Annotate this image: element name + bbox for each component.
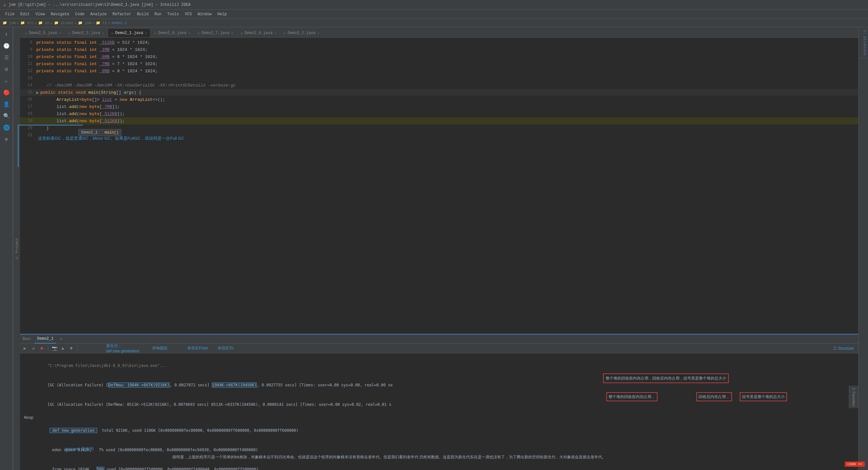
run-button[interactable]: ▶ — [21, 345, 29, 352]
code-line-17: 17 list.add(new byte[_7MB]); — [20, 103, 858, 110]
output-line-heap: Heap — [24, 414, 855, 421]
menu-bar: File Edit View Navigate Code Analyze Ref… — [0, 10, 868, 19]
z-structure-label: Z: Structure — [833, 346, 854, 351]
run-panel-header: Run: Demo2_1 ✕ — [20, 334, 858, 344]
app-icon: ☕ — [3, 2, 6, 7]
csdn-watermark: CSDN >> — [845, 462, 865, 467]
tab-bar: ☕ Demo2_5.java ✕ ☕ Demo2_3.java ✕ ☕ Demo… — [20, 27, 858, 38]
rerun-button[interactable]: ↺ — [30, 345, 37, 352]
tenured-old-label: tenured 老年的 — [65, 446, 94, 452]
bc-jvm2[interactable]: 📁 jvm — [78, 21, 91, 25]
bc-itcast[interactable]: 📁 itcast — [54, 21, 73, 25]
menu-file[interactable]: File — [3, 11, 17, 18]
output-line-defnew: def new generation total 9216K, used 110… — [24, 421, 855, 440]
tab-close-icon-4[interactable]: ✕ — [188, 31, 190, 35]
up-button[interactable]: ▲ — [59, 345, 66, 352]
java-file-icon-6: ☕ — [240, 31, 243, 35]
menu-navigate[interactable]: Navigate — [48, 11, 72, 18]
bc-src[interactable]: 📁 src — [21, 21, 33, 25]
tab-close-icon-6[interactable]: ✕ — [274, 31, 276, 35]
toolbar-divider — [48, 346, 48, 351]
tab-demo2-4[interactable]: ☕ Demo2_4.java ✕ — [237, 28, 280, 37]
code-line-10: 10 private static final int _6MB = 6 * 1… — [20, 53, 858, 60]
code-line-8: 8 private static final int _512KB = 512 … — [20, 39, 858, 46]
code-line-14: 14 // -Xms20M -Xmx20M -Xmn10M -XX:+UseSe… — [20, 82, 858, 89]
tab-close-icon[interactable]: ✕ — [59, 31, 61, 35]
bc-demo2-1[interactable]: Demo2_1 — [112, 21, 127, 25]
sidebar-icon-10[interactable]: ⊕ — [2, 135, 11, 144]
new-gen-side-label: 新生代：def new generation — [106, 343, 139, 353]
menu-run[interactable]: Run — [152, 11, 164, 18]
run-panel-tab[interactable]: Demo2_1 — [35, 334, 56, 344]
java-file-icon-7: ☕ — [283, 31, 286, 35]
menu-code[interactable]: Code — [72, 11, 87, 18]
menu-window[interactable]: Window — [195, 11, 214, 18]
sidebar-icon-2[interactable]: 🕐 — [2, 41, 11, 51]
main-layout: ⬇ 🕐 ☰ ⊞ ✏ 🔴 👤 🔍 🌐 ⊕ 1: Project ☕ Demo2_5… — [0, 27, 868, 470]
java-file-icon-4: ☕ — [154, 31, 156, 35]
java-file-icon-2: ☕ — [68, 31, 70, 35]
right-panel: Z: Structure — [858, 27, 868, 470]
sidebar-icon-4[interactable]: ⊞ — [2, 65, 11, 74]
java-file-icon: ☕ — [25, 31, 27, 35]
tab-demo2-3[interactable]: ☕ Demo2_3.java ✕ — [64, 28, 107, 37]
tab-demo2-7[interactable]: ☕ Demo2_7.java ✕ — [194, 28, 237, 37]
menu-analyze[interactable]: Analyze — [88, 11, 109, 18]
left-sidebar: ⬇ 🕐 ☰ ⊞ ✏ 🔴 👤 🔍 🌐 ⊕ — [0, 27, 13, 470]
project-panel-label[interactable]: 1: Project — [13, 27, 20, 470]
code-line-9: 9 private static final int _1MB = 1024 *… — [20, 46, 858, 53]
menu-refactor[interactable]: Refactor — [110, 11, 134, 18]
tab-close-icon-3[interactable]: ✕ — [145, 31, 147, 35]
run-panel: Run: Demo2_1 ✕ ▶ ↺ ■ 📷 ▲ ▼ 新生代：def new g… — [20, 334, 858, 470]
tab-close-icon-2[interactable]: ✕ — [102, 31, 104, 35]
sidebar-icon-7[interactable]: 👤 — [2, 100, 11, 109]
sidebar-icon-9[interactable]: 🌐 — [2, 123, 11, 132]
bc-jvm[interactable]: 📁 jvm — [3, 21, 16, 25]
right-tab-structure[interactable]: Z: Structure — [859, 27, 868, 58]
code-line-19: 19 list.add(new byte[_512KB]); — [20, 117, 858, 124]
content-area: ☕ Demo2_5.java ✕ ☕ Demo2_3.java ✕ ☕ Demo… — [20, 27, 858, 470]
sidebar-icon-8[interactable]: 🔍 — [2, 112, 11, 121]
sidebar-icon-5[interactable]: ✏ — [2, 77, 11, 86]
output-line-eden: eden space 8192K, 7% used [0x00000000fec… — [24, 440, 855, 460]
run-output[interactable]: "C:\Program Files\Java\jdk1-8_0_91\bin\j… — [20, 353, 858, 470]
java-file-icon-5: ☕ — [197, 31, 199, 35]
stop-button[interactable]: ■ — [38, 345, 45, 352]
menu-view[interactable]: View — [33, 11, 48, 18]
breadcrumb: 📁 jvm ▸ 📁 src ▸ 📁 cn ▸ 📁 itcast ▸ 📁 jvm … — [0, 19, 868, 27]
tab-demo2-6[interactable]: ☕ Demo2_6.java ✕ — [151, 28, 194, 37]
method-hint: Demo2_1 main() — [79, 129, 121, 136]
menu-build[interactable]: Build — [134, 11, 151, 18]
code-editor[interactable]: 8 private static final int _512KB = 512 … — [20, 38, 858, 334]
tab-demo2-2[interactable]: ☕ Demo2_2.java ✕ — [280, 28, 323, 37]
title-bar: ☕ jvm [E:\git\jvm] – ...\src\cn\itcast\j… — [0, 0, 868, 10]
tab-demo2-1[interactable]: ☕ Demo2_1.java ✕ — [107, 28, 151, 37]
tab-close-icon-5[interactable]: ✕ — [231, 31, 233, 35]
to-side-label: 幸存区To — [218, 346, 234, 351]
run-panel-toolbar: ▶ ↺ ■ 📷 ▲ ▼ 新生代：def new generation 伊甸园区 … — [20, 344, 858, 353]
sidebar-icon-1[interactable]: ⬇ — [2, 30, 11, 39]
sidebar-icon-6[interactable]: 🔴 — [2, 88, 11, 97]
toolbar-divider-2 — [78, 346, 78, 351]
window-title: jvm [E:\git\jvm] – ...\src\cn\itcast\jvm… — [8, 3, 190, 7]
code-line-13: 13 — [20, 75, 858, 82]
code-line-21: 21 — [20, 131, 858, 139]
code-line-11: 11 private static final int _7MB = 7 * 1… — [20, 60, 858, 67]
tab-demo2-5[interactable]: ☕ Demo2_5.java ✕ — [21, 28, 64, 37]
menu-edit[interactable]: Edit — [18, 11, 32, 18]
tab-close-icon-7[interactable]: ✕ — [318, 31, 320, 35]
code-line-12: 12 private static final int _8MB = 8 * 1… — [20, 67, 858, 75]
menu-vcs[interactable]: VCS — [182, 11, 195, 18]
from-side-label: 幸存区From — [187, 346, 208, 351]
menu-help[interactable]: Help — [215, 11, 229, 18]
camera-button[interactable]: 📷 — [51, 345, 58, 352]
sidebar-icon-3[interactable]: ☰ — [2, 53, 11, 62]
down-button[interactable]: ▼ — [68, 345, 75, 352]
menu-tools[interactable]: Tools — [165, 11, 182, 18]
bc-cn[interactable]: 📁 cn — [38, 21, 49, 25]
output-line-path: "C:\Program Files\Java\jdk1-8_0_91\bin\j… — [24, 356, 855, 375]
code-line-20: 20 } — [20, 124, 858, 131]
eden-side-label: 伊甸园区 — [152, 346, 168, 351]
output-line-gc2: [GC (Allocation Failure) [DefNew: 8511K-… — [24, 395, 855, 414]
bc-t2[interactable]: 📁 t2 — [96, 21, 107, 25]
